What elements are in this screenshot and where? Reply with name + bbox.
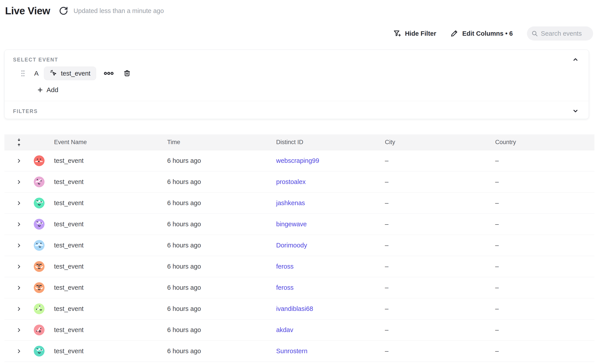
avatar-cell: [29, 261, 50, 272]
table-row[interactable]: test_event6 hours agofeross––: [4, 277, 594, 298]
refresh-icon: [59, 6, 68, 15]
avatar-cell: [29, 219, 50, 230]
user-avatar-icon[interactable]: [34, 303, 44, 314]
column-header-country: Country: [491, 139, 594, 146]
table-row[interactable]: test_event6 hours agoprostoalex––: [4, 171, 594, 193]
country-cell: –: [491, 242, 594, 249]
edit-columns-button[interactable]: Edit Columns • 6: [450, 29, 513, 38]
table-row[interactable]: test_event6 hours agojashkenas––: [4, 193, 594, 214]
distinct-id-link[interactable]: ivandiblasi68: [276, 305, 313, 312]
table-row[interactable]: test_event6 hours agoivandiblasi68––: [4, 298, 594, 320]
expand-row-button[interactable]: [4, 285, 29, 291]
cursor-click-icon: [50, 69, 57, 77]
country-cell: –: [491, 157, 594, 164]
user-avatar-icon[interactable]: [34, 282, 44, 293]
distinct-id-link[interactable]: feross: [276, 284, 294, 291]
city-cell: –: [380, 263, 491, 270]
distinct-id-cell: akdav: [272, 326, 380, 334]
user-avatar-icon[interactable]: [34, 261, 44, 272]
event-selector-chip[interactable]: test_event: [44, 66, 96, 80]
event-name-cell: test_event: [50, 157, 163, 164]
country-cell: –: [491, 178, 594, 185]
expand-filters-button[interactable]: [571, 107, 580, 116]
expand-row-button[interactable]: [4, 158, 29, 164]
time-cell: 6 hours ago: [163, 199, 272, 207]
distinct-id-link[interactable]: Sunrostern: [276, 348, 307, 354]
clause-letter: A: [34, 70, 39, 77]
table-row[interactable]: test_event6 hours agowebscraping99––: [4, 150, 594, 171]
toolbar: Hide Filter Edit Columns • 6: [393, 26, 593, 40]
event-name-cell: test_event: [50, 221, 163, 228]
user-avatar-icon[interactable]: [34, 155, 44, 166]
drag-handle[interactable]: [20, 69, 26, 78]
refresh-button[interactable]: [58, 6, 69, 16]
delete-event-button[interactable]: [123, 69, 131, 77]
expand-row-button[interactable]: [4, 264, 29, 270]
table-row[interactable]: test_event6 hours agoSunrostern––: [4, 341, 594, 362]
edit-columns-label: Edit Columns • 6: [462, 30, 513, 37]
event-name-cell: test_event: [50, 242, 163, 249]
chevron-right-icon: [16, 200, 22, 206]
distinct-id-link[interactable]: feross: [276, 263, 294, 270]
distinct-id-link[interactable]: webscraping99: [276, 157, 319, 164]
distinct-id-link[interactable]: prostoalex: [276, 178, 306, 185]
time-cell: 6 hours ago: [163, 284, 272, 291]
chevron-right-icon: [16, 243, 22, 248]
expand-row-button[interactable]: [4, 306, 29, 312]
add-label: Add: [47, 86, 58, 94]
user-avatar-icon[interactable]: [34, 346, 44, 356]
table-row[interactable]: test_event6 hours agobingewave––: [4, 214, 594, 235]
user-avatar-icon[interactable]: [34, 219, 44, 230]
country-cell: –: [491, 199, 594, 207]
time-cell: 6 hours ago: [163, 157, 272, 164]
chevron-right-icon: [16, 306, 22, 312]
search-icon: [531, 29, 538, 38]
events-table: Event Name Time Distinct ID City Country…: [4, 134, 594, 364]
country-cell: –: [491, 326, 594, 334]
event-name-cell: test_event: [50, 305, 163, 312]
partial-row: [4, 362, 594, 364]
expand-row-button[interactable]: [4, 348, 29, 354]
expand-row-button[interactable]: [4, 221, 29, 227]
collapse-section-button[interactable]: [571, 55, 580, 64]
avatar-cell: [29, 155, 50, 166]
time-cell: 6 hours ago: [163, 263, 272, 270]
city-cell: –: [380, 199, 491, 207]
user-avatar-icon[interactable]: [34, 198, 44, 208]
distinct-id-cell: prostoalex: [272, 178, 380, 185]
user-avatar-icon[interactable]: [34, 240, 44, 251]
event-name-cell: test_event: [50, 284, 163, 291]
event-name-cell: test_event: [50, 178, 163, 185]
avatar-cell: [29, 240, 50, 251]
expand-row-button[interactable]: [4, 200, 29, 206]
user-avatar-icon[interactable]: [34, 177, 44, 187]
updated-status: Updated less than a minute ago: [73, 7, 164, 14]
table-row[interactable]: test_event6 hours agoakdav––: [4, 320, 594, 341]
funnel-plus-icon: [393, 29, 401, 38]
table-row[interactable]: test_event6 hours agoDorimoody––: [4, 235, 594, 256]
city-cell: –: [380, 242, 491, 249]
add-event-button[interactable]: Add: [37, 85, 58, 95]
time-cell: 6 hours ago: [163, 178, 272, 185]
expand-row-button[interactable]: [4, 243, 29, 248]
table-row[interactable]: test_event6 hours agofeross––: [4, 256, 594, 277]
event-name-cell: test_event: [50, 326, 163, 334]
expand-row-button[interactable]: [4, 327, 29, 333]
distinct-id-link[interactable]: jashkenas: [276, 199, 305, 207]
distinct-id-link[interactable]: akdav: [276, 326, 293, 333]
expand-row-button[interactable]: [4, 179, 29, 185]
pin-column-button[interactable]: [4, 138, 29, 147]
event-more-options-button[interactable]: [103, 71, 114, 75]
search-box[interactable]: [527, 26, 593, 40]
hide-filter-button[interactable]: Hide Filter: [393, 29, 436, 38]
panel-divider: [5, 101, 589, 101]
country-cell: –: [491, 284, 594, 291]
search-events-input[interactable]: [541, 30, 589, 37]
distinct-id-link[interactable]: Dorimoody: [276, 242, 307, 249]
distinct-id-cell: bingewave: [272, 221, 380, 228]
distinct-id-cell: feross: [272, 263, 380, 270]
distinct-id-link[interactable]: bingewave: [276, 221, 307, 228]
time-cell: 6 hours ago: [163, 348, 272, 355]
city-cell: –: [380, 157, 491, 164]
user-avatar-icon[interactable]: [34, 325, 44, 335]
